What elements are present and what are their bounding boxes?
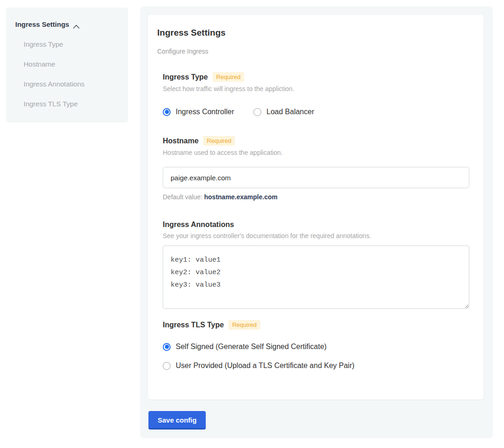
required-badge: Required xyxy=(228,320,260,330)
sidebar-item-ingress-tls-type[interactable]: Ingress TLS Type xyxy=(24,100,119,108)
radio-unselected-icon[interactable] xyxy=(253,108,261,116)
ingress-tls-radio-group: Self Signed (Generate Self Signed Certif… xyxy=(163,343,469,370)
save-config-button[interactable]: Save config xyxy=(148,411,206,430)
hostname-input[interactable] xyxy=(163,167,469,188)
ingress-annotations-help: See your ingress controller's documentat… xyxy=(163,232,469,239)
radio-selected-icon[interactable] xyxy=(163,343,171,351)
section-ingress-tls-type: Ingress TLS Type Required Self Signed (G… xyxy=(163,320,469,370)
sidebar-group-ingress-settings[interactable]: Ingress Settings xyxy=(15,20,119,28)
config-sidebar: Ingress Settings Ingress Type Hostname I… xyxy=(6,7,128,123)
default-value-prefix: Default value: xyxy=(163,193,204,201)
radio-option-load-balancer[interactable]: Load Balancer xyxy=(253,108,314,116)
page-title: Ingress Settings xyxy=(157,28,469,38)
page-subtitle: Configure Ingress xyxy=(157,48,469,55)
ingress-type-help: Select how traffic will ingress to the a… xyxy=(163,85,469,92)
radio-unselected-icon[interactable] xyxy=(163,362,171,370)
section-ingress-type: Ingress Type Required Select how traffic… xyxy=(163,72,469,116)
radio-selected-icon[interactable] xyxy=(163,108,171,116)
required-badge: Required xyxy=(213,72,245,82)
radio-option-ingress-controller[interactable]: Ingress Controller xyxy=(163,108,234,116)
form-sections: Ingress Type Required Select how traffic… xyxy=(163,72,469,370)
radio-label: Self Signed (Generate Self Signed Certif… xyxy=(176,343,326,351)
ingress-type-heading: Ingress Type xyxy=(163,73,208,81)
sidebar-item-list: Ingress Type Hostname Ingress Annotation… xyxy=(24,40,119,108)
hostname-heading: Hostname xyxy=(163,137,198,145)
ingress-tls-type-heading: Ingress TLS Type xyxy=(163,321,224,329)
hostname-help: Hostname used to access the application. xyxy=(163,149,469,156)
ingress-annotations-textarea[interactable]: key1: value1 key2: value2 key3: value3 xyxy=(163,245,469,309)
sidebar-item-hostname[interactable]: Hostname xyxy=(24,60,119,68)
config-main-panel: Ingress Settings Configure Ingress Ingre… xyxy=(140,6,493,438)
hostname-default-line: Default value: hostname.example.com xyxy=(163,193,469,201)
ingress-type-radio-group: Ingress Controller Load Balancer xyxy=(163,108,469,116)
radio-label: Load Balancer xyxy=(266,108,314,116)
default-value-text: hostname.example.com xyxy=(204,193,278,201)
chevron-up-icon xyxy=(73,22,80,26)
sidebar-item-ingress-annotations[interactable]: Ingress Annotations xyxy=(24,80,119,88)
required-badge: Required xyxy=(203,136,235,146)
radio-label: User Provided (Upload a TLS Certificate … xyxy=(176,362,355,370)
sidebar-group-label: Ingress Settings xyxy=(15,20,69,28)
radio-option-user-provided[interactable]: User Provided (Upload a TLS Certificate … xyxy=(163,362,469,370)
radio-label: Ingress Controller xyxy=(176,108,234,116)
radio-option-self-signed[interactable]: Self Signed (Generate Self Signed Certif… xyxy=(163,343,469,351)
ingress-annotations-heading: Ingress Annotations xyxy=(163,221,234,229)
sidebar-item-ingress-type[interactable]: Ingress Type xyxy=(24,40,119,48)
ingress-settings-card: Ingress Settings Configure Ingress Ingre… xyxy=(148,15,484,399)
section-hostname: Hostname Required Hostname used to acces… xyxy=(163,136,469,201)
section-ingress-annotations: Ingress Annotations See your ingress con… xyxy=(163,221,469,311)
